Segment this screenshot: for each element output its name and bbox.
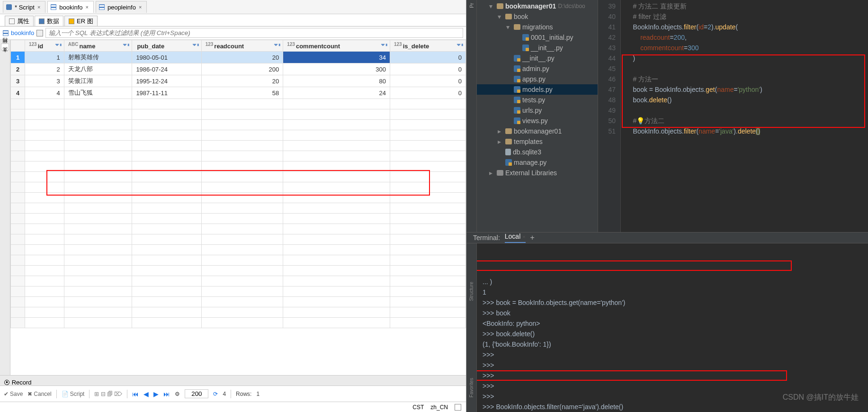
code-area[interactable]: # 方法二 直接更新 # filter 过滤 BookInfo.objects.… [621,0,868,232]
page-size-input[interactable] [185,389,208,398]
save-button[interactable]: ✔ Save [4,391,23,397]
project-tool-strip[interactable]: Pr [466,0,477,232]
cell[interactable]: 0 [390,52,465,63]
close-icon[interactable]: × [139,4,142,10]
result-grid[interactable]: 123id⏷▮ABCname⏷▮pub_date⏷▮123readcount⏷▮… [10,40,466,375]
cell[interactable]: 射雕英雄传 [64,52,132,63]
table-row[interactable]: 2 2 天龙八部 1986-07-24 200 300 0 [11,63,466,75]
tree-item[interactable]: ▾ migrations [477,22,598,32]
tree-item[interactable]: ▸ templates [477,136,598,147]
cell[interactable]: 2 [25,63,64,75]
tree-item[interactable]: db.sqlite3 [477,147,598,157]
cell[interactable]: 天龙八部 [64,63,132,75]
nav-first[interactable]: ⏮ [132,390,139,398]
editor-tab[interactable]: bookinfo× [47,1,94,13]
close-icon[interactable]: × [37,4,40,10]
tree-item[interactable]: __init__.py [477,53,598,63]
column-header[interactable]: ABCname⏷▮ [64,40,132,52]
column-header[interactable]: 123is_delete⏷▮ [390,40,465,52]
cell[interactable]: 20 [201,75,283,87]
cell[interactable]: 24 [283,87,390,99]
close-icon[interactable]: × [522,234,525,240]
code-editor[interactable]: 39404142434445464748495051 # 方法二 直接更新 # … [598,0,868,232]
cell[interactable]: 200 [201,63,283,75]
tree-item[interactable]: ▸ External Libraries [477,168,598,178]
code-line[interactable] [626,63,868,74]
tree-item[interactable]: __init__.py [477,43,598,53]
code-line[interactable]: # 方法一 [626,74,868,84]
nav-last[interactable]: ⏭ [163,390,170,398]
cell[interactable]: 0 [390,87,465,99]
cell[interactable]: 80 [283,75,390,87]
cell[interactable]: 笑傲江湖 [64,75,132,87]
cell[interactable]: 0 [390,75,465,87]
rownum-header[interactable] [11,40,25,52]
tree-item[interactable]: apps.py [477,74,598,84]
tree-root[interactable]: ▾ bookmanager01 D:\dcs\boo [477,1,598,11]
vtab-text[interactable]: 文本 [1,54,9,60]
cell[interactable]: 雪山飞狐 [64,87,132,99]
rownum-cell[interactable]: 3 [11,75,25,87]
rownum-cell[interactable]: 1 [11,52,25,63]
filter-icon[interactable]: ⏷▮ [55,42,62,47]
script-button[interactable]: 📄 Script [62,391,85,397]
favorites-tool[interactable]: Favorites [469,378,474,397]
cell[interactable]: 1980-05-01 [132,52,201,63]
editor-tab[interactable]: peopleinfo× [96,1,147,13]
tree-item[interactable]: tests.py [477,95,598,105]
cell[interactable]: 1987-11-11 [132,87,201,99]
code-line[interactable]: # filter 过滤 [626,11,868,22]
column-header[interactable]: 123commentcount⏷▮ [283,40,390,52]
tree-item[interactable]: urls.py [477,105,598,116]
cell[interactable]: 34 [283,52,390,63]
nav-prev[interactable]: ◀ [143,390,149,398]
gear-icon[interactable]: ⚙ [175,391,180,397]
refresh-icon[interactable]: ⟳ [213,391,218,397]
filter-icon[interactable]: ⏷▮ [381,42,388,47]
column-header[interactable]: 123id⏷▮ [25,40,64,52]
filter-input[interactable] [45,28,463,38]
cell[interactable]: 1 [25,52,64,63]
code-line[interactable]: commentcount=300 [626,43,868,53]
tree-item[interactable]: ▾ book [477,11,598,22]
code-line[interactable]: book.delete() [626,95,868,105]
code-line[interactable]: # 方法二 直接更新 [626,1,868,11]
filter-icon[interactable]: ⏷▮ [123,42,130,47]
code-line[interactable]: readcount=200, [626,32,868,43]
rownum-cell[interactable]: 4 [11,87,25,99]
column-header[interactable]: 123readcount⏷▮ [201,40,283,52]
editor-tab[interactable]: * Script× [3,1,45,13]
cell[interactable]: 0 [390,63,465,75]
filter-icon[interactable]: ⏷▮ [274,42,281,47]
code-line[interactable]: BookInfo.objects.filter(name='java').del… [626,126,868,136]
code-line[interactable]: #💡方法二 [626,116,868,126]
project-tree[interactable]: ▾ bookmanager01 D:\dcs\boo▾ book▾ migrat… [477,0,598,232]
record-button[interactable]: ⦿ Record [0,379,36,386]
subtab-data[interactable]: 数据 [35,16,63,26]
table-row[interactable]: 3 3 笑傲江湖 1995-12-24 20 80 0 [11,75,466,87]
tree-item[interactable]: manage.py [477,157,598,168]
tree-item[interactable]: models.py [477,84,598,95]
filter-icon[interactable]: ⏷▮ [192,42,199,47]
cell[interactable]: 20 [201,52,283,63]
cell[interactable]: 1986-07-24 [132,63,201,75]
cell[interactable]: 300 [283,63,390,75]
cancel-button[interactable]: ✖ Cancel [27,391,51,397]
filter-icon[interactable]: ⏷▮ [456,42,464,47]
subtab-er[interactable]: ER 图 [64,16,98,26]
status-sql-icon[interactable] [455,404,461,411]
cell[interactable]: 1995-12-24 [132,75,201,87]
tree-item[interactable]: 0001_initial.py [477,32,598,43]
column-header[interactable]: pub_date⏷▮ [132,40,201,52]
nav-next[interactable]: ▶ [153,390,159,398]
code-line[interactable]: ) [626,53,868,63]
rownum-cell[interactable]: 2 [11,63,25,75]
table-row[interactable]: 4 4 雪山飞狐 1987-11-11 58 24 0 [11,87,466,99]
code-line[interactable]: book = BookInfo.objects.get(name='python… [626,84,868,95]
cell[interactable]: 4 [25,87,64,99]
structure-tool[interactable]: Structure [469,282,474,301]
vtab-grid[interactable]: 网格 [1,44,9,50]
subtab-properties[interactable]: 属性 [5,16,34,26]
new-terminal-icon[interactable]: + [530,233,535,242]
tree-item[interactable]: views.py [477,116,598,126]
